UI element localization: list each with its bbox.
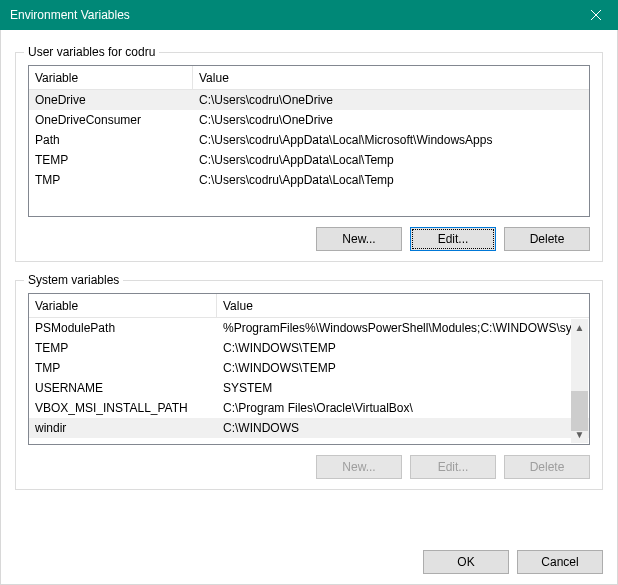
row-value: C:\WINDOWS <box>217 421 589 435</box>
row-value: C:\Users\codru\OneDrive <box>193 113 589 127</box>
row-variable: VBOX_MSI_INSTALL_PATH <box>29 401 217 415</box>
row-variable: TEMP <box>29 341 217 355</box>
row-variable: Path <box>29 133 193 147</box>
row-value: C:\WINDOWS\TEMP <box>217 361 589 375</box>
table-row[interactable]: TMPC:\WINDOWS\TEMP <box>29 358 589 378</box>
scroll-track[interactable] <box>571 336 588 426</box>
table-row[interactable]: TEMPC:\WINDOWS\TEMP <box>29 338 589 358</box>
table-row[interactable]: TMPC:\Users\codru\AppData\Local\Temp <box>29 170 589 190</box>
system-button-row: New... Edit... Delete <box>28 455 590 479</box>
user-new-button[interactable]: New... <box>316 227 402 251</box>
table-row[interactable]: USERNAMESYSTEM <box>29 378 589 398</box>
row-variable: TMP <box>29 173 193 187</box>
table-row[interactable]: OneDriveConsumerC:\Users\codru\OneDrive <box>29 110 589 130</box>
system-scrollbar[interactable]: ▲ ▼ <box>571 319 588 443</box>
close-icon <box>591 10 601 20</box>
user-variables-list[interactable]: Variable Value OneDriveC:\Users\codru\On… <box>28 65 590 217</box>
table-row[interactable]: OneDriveC:\Users\codru\OneDrive <box>29 90 589 110</box>
window-title: Environment Variables <box>10 8 130 22</box>
system-header-value[interactable]: Value <box>217 294 589 317</box>
system-variables-group: System variables Variable Value PSModule… <box>15 280 603 490</box>
row-variable: TMP <box>29 361 217 375</box>
user-list-body: OneDriveC:\Users\codru\OneDriveOneDriveC… <box>29 90 589 190</box>
row-value: C:\Users\codru\OneDrive <box>193 93 589 107</box>
user-header-value[interactable]: Value <box>193 66 589 89</box>
scroll-up-icon[interactable]: ▲ <box>571 319 588 336</box>
table-row[interactable]: PSModulePath%ProgramFiles%\WindowsPowerS… <box>29 318 589 338</box>
row-variable: USERNAME <box>29 381 217 395</box>
row-variable: OneDrive <box>29 93 193 107</box>
close-button[interactable] <box>573 0 618 30</box>
table-row[interactable]: windirC:\WINDOWS <box>29 418 589 438</box>
row-value: C:\Users\codru\AppData\Local\Temp <box>193 173 589 187</box>
system-new-button[interactable]: New... <box>316 455 402 479</box>
cancel-button[interactable]: Cancel <box>517 550 603 574</box>
system-group-legend: System variables <box>24 273 123 287</box>
row-variable: PSModulePath <box>29 321 217 335</box>
row-variable: TEMP <box>29 153 193 167</box>
user-delete-button[interactable]: Delete <box>504 227 590 251</box>
system-list-body: PSModulePath%ProgramFiles%\WindowsPowerS… <box>29 318 589 438</box>
titlebar: Environment Variables <box>0 0 618 30</box>
ok-button[interactable]: OK <box>423 550 509 574</box>
user-variables-group: User variables for codru Variable Value … <box>15 52 603 262</box>
user-edit-button[interactable]: Edit... <box>410 227 496 251</box>
user-list-header: Variable Value <box>29 66 589 90</box>
row-variable: OneDriveConsumer <box>29 113 193 127</box>
system-delete-button[interactable]: Delete <box>504 455 590 479</box>
row-variable: windir <box>29 421 217 435</box>
user-group-legend: User variables for codru <box>24 45 159 59</box>
system-variables-list[interactable]: Variable Value PSModulePath%ProgramFiles… <box>28 293 590 445</box>
table-row[interactable]: VBOX_MSI_INSTALL_PATHC:\Program Files\Or… <box>29 398 589 418</box>
row-value: %ProgramFiles%\WindowsPowerShell\Modules… <box>217 321 589 335</box>
row-value: C:\Users\codru\AppData\Local\Microsoft\W… <box>193 133 589 147</box>
table-row[interactable]: TEMPC:\Users\codru\AppData\Local\Temp <box>29 150 589 170</box>
row-value: C:\Users\codru\AppData\Local\Temp <box>193 153 589 167</box>
dialog-button-row: OK Cancel <box>15 536 603 574</box>
scroll-thumb[interactable] <box>571 391 588 431</box>
system-header-variable[interactable]: Variable <box>29 294 217 317</box>
system-edit-button[interactable]: Edit... <box>410 455 496 479</box>
row-value: SYSTEM <box>217 381 589 395</box>
user-header-variable[interactable]: Variable <box>29 66 193 89</box>
row-value: C:\WINDOWS\TEMP <box>217 341 589 355</box>
dialog-content: User variables for codru Variable Value … <box>0 30 618 585</box>
user-button-row: New... Edit... Delete <box>28 227 590 251</box>
row-value: C:\Program Files\Oracle\VirtualBox\ <box>217 401 589 415</box>
table-row[interactable]: PathC:\Users\codru\AppData\Local\Microso… <box>29 130 589 150</box>
system-list-header: Variable Value <box>29 294 589 318</box>
